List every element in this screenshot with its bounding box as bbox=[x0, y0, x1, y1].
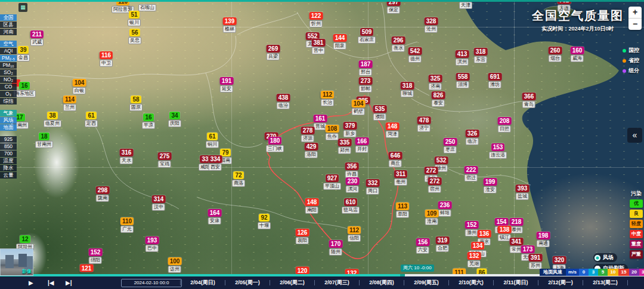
aqi-badge[interactable]: 112长治 bbox=[321, 91, 334, 106]
aqi-badge[interactable]: 318东营 bbox=[474, 48, 488, 63]
aqi-badge[interactable]: 478济宁 bbox=[417, 116, 431, 132]
aqi-badge[interactable]: 72商洛 bbox=[232, 171, 245, 187]
aqi-badge[interactable]: 535濮阳 bbox=[373, 105, 387, 121]
aqi-badge[interactable]: 193巴中 bbox=[145, 236, 159, 252]
aqi-badge[interactable]: 296衡水 bbox=[392, 36, 405, 52]
aqi-badge[interactable]: 121 bbox=[80, 265, 94, 272]
step-back-button[interactable]: |◀ bbox=[48, 279, 54, 287]
timeline-date[interactable]: 2/04(周日) bbox=[190, 279, 215, 287]
aqi-badge[interactable]: 379新乡 bbox=[343, 122, 357, 137]
sidebar-item-CO[interactable]: CO bbox=[0, 84, 17, 90]
sidebar-item-气象[interactable]: 气象 bbox=[0, 110, 17, 116]
aqi-badge[interactable]: 273邯郸 bbox=[359, 77, 373, 93]
aqi-badge[interactable]: 132芜湖 bbox=[467, 252, 481, 268]
aqi-badge[interactable]: 116中卫 bbox=[100, 51, 113, 67]
aqi-badge[interactable]: 109淮南 bbox=[425, 210, 439, 225]
aqi-badge[interactable]: 230漯河 bbox=[346, 177, 360, 193]
aqi-badge[interactable]: 111 bbox=[453, 269, 466, 275]
aqi-badge[interactable]: 438临汾 bbox=[277, 94, 290, 109]
sidebar-item-700[interactable]: 700 bbox=[0, 150, 17, 157]
aqi-badge[interactable]: 187邢台 bbox=[359, 60, 373, 76]
timeline-date[interactable]: 2/07(周三) bbox=[324, 279, 349, 287]
timeline-date[interactable]: 2/05(周一) bbox=[235, 279, 260, 287]
play-button[interactable]: ▶ bbox=[29, 279, 33, 287]
sidebar-item-SO₂[interactable]: SO₂ bbox=[0, 69, 17, 76]
aqi-badge[interactable]: 86 bbox=[476, 269, 487, 275]
aqi-badge[interactable]: 826泰安 bbox=[432, 91, 445, 107]
aqi-badge[interactable]: 39金昌 bbox=[17, 46, 30, 62]
aqi-badge[interactable]: 211武威 bbox=[30, 30, 44, 46]
aqi-badge[interactable]: 927平顶山 bbox=[323, 174, 341, 190]
timeline-date[interactable]: 2/09(周五) bbox=[414, 279, 439, 287]
aqi-badge[interactable]: 180三门峡 bbox=[266, 137, 284, 152]
aqi-badge[interactable]: 260烟台 bbox=[549, 47, 562, 62]
aqi-badge[interactable]: 166开封 bbox=[355, 137, 369, 153]
aqi-badge[interactable]: 297保定 bbox=[387, 0, 401, 14]
aqi-badge[interactable]: 51银川 bbox=[128, 11, 141, 26]
sidebar-item-925[interactable]: 925 bbox=[0, 136, 17, 143]
sidebar-item-PM₁₀[interactable]: PM₁₀ bbox=[0, 62, 17, 69]
aqi-badge[interactable]: 381晋中 bbox=[312, 39, 326, 54]
timeline-date[interactable]: 2/13(周二) bbox=[593, 279, 618, 287]
aqi-badge[interactable]: 198南通 bbox=[537, 232, 550, 247]
aqi-badge[interactable]: 56吴忠 bbox=[128, 29, 141, 44]
aqi-badge[interactable]: 319合肥 bbox=[436, 236, 450, 252]
aqi-badge[interactable]: 34庆阳 bbox=[168, 112, 181, 127]
aqi-badge[interactable]: 325济南 bbox=[429, 75, 442, 90]
zoom-out-button[interactable]: − bbox=[628, 19, 642, 30]
aqi-badge[interactable]: 58固原 bbox=[129, 96, 143, 111]
aqi-badge[interactable]: 139榆林 bbox=[223, 17, 237, 33]
timeline-date[interactable]: 2/11(周日) bbox=[503, 279, 528, 287]
zoom-in-button[interactable]: + bbox=[628, 7, 642, 19]
current-datetime-box[interactable]: 2024-02-10 00:0 bbox=[121, 279, 182, 287]
aqi-badge[interactable]: 61铜川 bbox=[206, 133, 219, 148]
sidebar-item-河南[interactable]: 河南 bbox=[0, 29, 17, 35]
sidebar-item-综指[interactable]: 综指 bbox=[0, 98, 17, 104]
aqi-badge[interactable]: 92十堰 bbox=[258, 214, 271, 229]
aqi-badge[interactable]: 610驻马店 bbox=[342, 198, 360, 214]
sidebar-item-区县[interactable]: 区县 bbox=[0, 21, 17, 28]
aqi-badge[interactable]: 191延安 bbox=[220, 77, 234, 93]
aqi-badge[interactable]: 38临夏州 bbox=[44, 112, 61, 127]
map[interactable]: 39金昌110阿拉善盟51银川56吴忠211武威116中卫104白银16海东地区… bbox=[0, 0, 644, 274]
aqi-badge[interactable]: 691潍坊 bbox=[488, 73, 502, 88]
aqi-badge[interactable]: 114兰州 bbox=[63, 96, 76, 111]
aqi-badge[interactable]: 110广元 bbox=[120, 217, 134, 233]
aqi-badge[interactable]: 236蚌埠 bbox=[438, 201, 452, 217]
aqi-badge[interactable]: 170随州 bbox=[329, 240, 343, 256]
aqi-badge[interactable]: 314汉中 bbox=[152, 195, 166, 211]
aqi-badge[interactable]: 199淮安 bbox=[484, 178, 497, 193]
aqi-badge[interactable]: 18甘南州 bbox=[35, 133, 53, 148]
sidebar-item-地面[interactable]: 地面 bbox=[0, 124, 17, 131]
timeline-date[interactable]: 2/12(周一) bbox=[548, 279, 573, 287]
sidebar-item-温度[interactable]: 温度 bbox=[0, 158, 17, 164]
aqi-badge[interactable]: 275宝鸡 bbox=[158, 152, 172, 168]
aqi-badge[interactable]: 298陇南 bbox=[96, 186, 110, 202]
aqi-badge[interactable]: 222宿迁 bbox=[465, 166, 478, 182]
timeline-date[interactable]: 2/08(周四) bbox=[369, 279, 394, 287]
sidebar-item-O₃[interactable]: O₃ bbox=[0, 91, 17, 97]
collapse-panel-button[interactable]: « bbox=[627, 128, 642, 143]
timeline-date[interactable]: 2/10(周六) bbox=[459, 279, 484, 287]
aqi-badge[interactable]: 272宿州 bbox=[428, 177, 442, 193]
aqi-badge[interactable]: 61定西 bbox=[85, 112, 98, 127]
aqi-badge[interactable]: 120 bbox=[296, 267, 309, 275]
aqi-badge[interactable]: 108焦作 bbox=[326, 125, 339, 140]
aqi-badge[interactable]: 356许昌 bbox=[345, 162, 359, 178]
aqi-badge[interactable]: 429洛阳 bbox=[305, 143, 318, 158]
aqi-badge[interactable]: 104鹤壁 bbox=[352, 100, 366, 115]
aqi-badge[interactable]: 122忻州 bbox=[309, 12, 323, 27]
aqi-badge[interactable]: 148菏泽 bbox=[386, 122, 400, 138]
aqi-badge[interactable]: 100达州 bbox=[168, 257, 182, 273]
aqi-badge[interactable]: 413滨州 bbox=[456, 50, 469, 66]
aqi-badge[interactable]: 126襄阳 bbox=[296, 229, 309, 244]
layers-icon[interactable]: ▦ bbox=[18, 3, 27, 12]
aqi-badge[interactable]: 316天水 bbox=[120, 149, 134, 164]
aqi-badge[interactable]: 148南阳 bbox=[305, 198, 319, 214]
sidebar-item-云量[interactable]: 云量 bbox=[0, 172, 17, 179]
aqi-badge[interactable]: 218泰州 bbox=[510, 218, 524, 233]
sidebar-item-风场[interactable]: 风场 bbox=[0, 117, 17, 124]
aqi-badge[interactable]: 112信阳 bbox=[348, 226, 361, 242]
aqi-badge[interactable]: 208日照 bbox=[498, 117, 512, 133]
aqi-badge[interactable]: 542德州 bbox=[408, 47, 422, 63]
